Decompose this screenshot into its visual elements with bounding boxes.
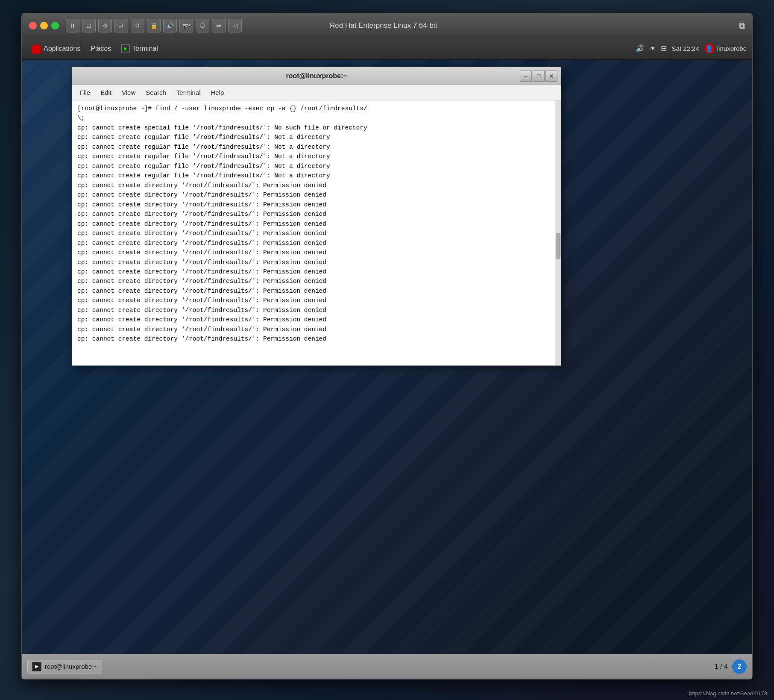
terminal-close-button[interactable]: ✕ — [545, 71, 557, 82]
terminal-minimize-button[interactable]: – — [520, 71, 532, 82]
terminal-window: root@linuxprobe:~ – □ ✕ File Edit — [72, 67, 561, 366]
network-icon[interactable]: ⇄ — [114, 19, 128, 32]
terminal-title: root@linuxprobe:~ — [286, 72, 347, 80]
taskbar-right-area: 🔊 ✶ ⊟ Sat 22:24 👤 linuxprobe — [636, 44, 747, 54]
terminal-window-controls: – □ ✕ — [520, 71, 557, 82]
pause-icon[interactable]: ⏸ — [66, 19, 79, 32]
terminal-titlebar: root@linuxprobe:~ – □ ✕ — [72, 67, 561, 85]
menu-search[interactable]: Search — [141, 88, 170, 97]
redhat-icon — [32, 44, 41, 53]
screen-icon[interactable]: ⊡ — [82, 19, 96, 32]
terminal-scrollbar[interactable] — [555, 100, 561, 365]
terminal-scroll-area: [root@linuxprobe ~]# find / -user linuxp… — [72, 100, 561, 365]
places-label: Places — [91, 45, 111, 52]
user-area[interactable]: 👤 linuxprobe — [704, 44, 747, 54]
bluetooth-icon: ✶ — [650, 44, 656, 53]
taskbar-terminal-icon: ▶ — [32, 662, 41, 671]
arrow-icon[interactable]: ◁ — [228, 19, 242, 32]
cycle-icon[interactable]: ⇌ — [212, 19, 226, 32]
datetime-display: Sat 22:24 — [672, 45, 699, 52]
watermark: https://blog.csdn.net/SeanYi178 — [689, 690, 767, 697]
page-indicator: 1 / 4 — [715, 663, 728, 671]
scrollbar-thumb[interactable] — [556, 233, 560, 259]
vm-title: Red Hat Enterprise Linux 7 64-bit — [330, 21, 437, 30]
menu-terminal[interactable]: Terminal — [172, 88, 205, 97]
vm-toolbar: ⏸ ⊡ ⚙ ⇄ ↺ 🔒 🔊 📷 ⎔ ⇌ ◁ Red Hat Enterprise… — [66, 19, 745, 32]
vm-window: ⏸ ⊡ ⚙ ⇄ ↺ 🔒 🔊 📷 ⎔ ⇌ ◁ Red Hat Enterprise… — [21, 13, 753, 679]
terminal-taskbar-label: Terminal — [132, 45, 158, 53]
applications-button[interactable]: Applications — [27, 43, 85, 55]
vm-close-button[interactable] — [29, 22, 37, 29]
vm-minimize-button[interactable] — [40, 22, 48, 29]
page-button[interactable]: 2 — [732, 659, 747, 674]
terminal-menubar: File Edit View Search Terminal Help — [72, 85, 561, 100]
terminal-button[interactable]: ▶ Terminal — [117, 43, 162, 55]
vm-maximize-button[interactable] — [51, 22, 59, 29]
settings-icon[interactable]: ⚙ — [98, 19, 112, 32]
usb-icon[interactable]: ⎔ — [196, 19, 209, 32]
terminal-content[interactable]: [root@linuxprobe ~]# find / -user linuxp… — [72, 100, 555, 365]
refresh-icon[interactable]: ↺ — [131, 19, 144, 32]
camera-icon[interactable]: 📷 — [179, 19, 193, 32]
places-button[interactable]: Places — [86, 43, 115, 54]
taskbar-terminal-item[interactable]: ▶ root@linuxprobe:~ — [27, 660, 102, 674]
applications-label: Applications — [44, 45, 80, 53]
lock-icon[interactable]: 🔒 — [147, 19, 161, 32]
taskbar-terminal-label: root@linuxprobe:~ — [45, 663, 97, 670]
menu-file[interactable]: File — [76, 88, 94, 97]
terminal-restore-button[interactable]: □ — [533, 71, 545, 82]
user-icon: 👤 — [704, 44, 715, 54]
terminal-small-icon: ▶ — [121, 44, 130, 53]
vm-titlebar: ⏸ ⊡ ⚙ ⇄ ↺ 🔒 🔊 📷 ⎔ ⇌ ◁ Red Hat Enterprise… — [22, 14, 752, 38]
menu-edit[interactable]: Edit — [96, 88, 116, 97]
username-label: linuxprobe — [717, 45, 747, 52]
vm-window-controls — [29, 22, 59, 29]
sound-icon[interactable]: 🔊 — [163, 19, 177, 32]
snap-icon[interactable]: ⧉ — [739, 21, 745, 31]
bottom-taskbar: ▶ root@linuxprobe:~ 1 / 4 2 — [22, 654, 752, 679]
menu-help[interactable]: Help — [207, 88, 229, 97]
network-status-icon: ⊟ — [661, 44, 667, 53]
rhel-taskbar: Applications Places ▶ Terminal 🔊 ✶ ⊟ Sat… — [22, 38, 752, 60]
taskbar-right: 1 / 4 2 — [715, 659, 747, 674]
desktop: root@linuxprobe:~ – □ ✕ File Edit — [22, 60, 752, 679]
volume-icon[interactable]: 🔊 — [636, 44, 645, 53]
menu-view[interactable]: View — [117, 88, 140, 97]
